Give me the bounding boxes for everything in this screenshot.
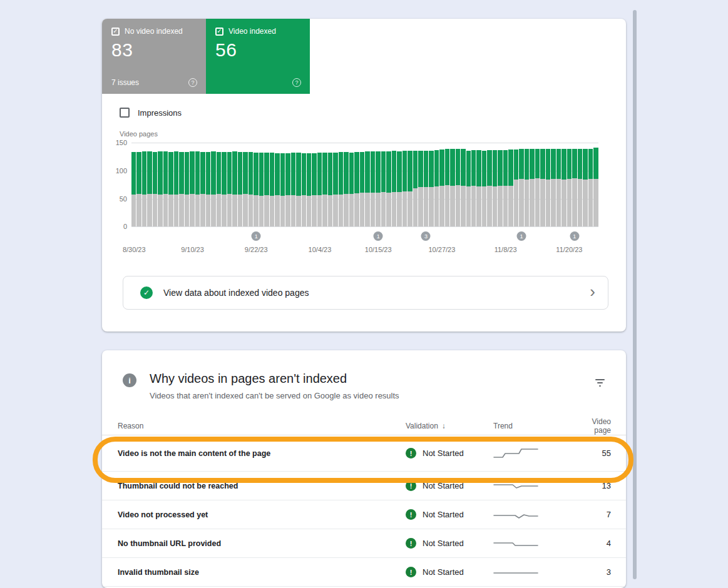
chart-bar[interactable] <box>227 143 232 226</box>
chart-bar[interactable] <box>174 143 178 226</box>
issue-marker[interactable]: 1 <box>252 231 261 241</box>
chart-bar[interactable] <box>328 143 332 226</box>
chart-bar[interactable] <box>333 143 337 226</box>
chart-bar[interactable] <box>360 143 364 226</box>
chart-bar[interactable] <box>556 143 561 226</box>
chart-bar[interactable] <box>482 143 486 226</box>
chart-bar[interactable] <box>249 143 253 226</box>
chart-bar[interactable] <box>312 143 316 226</box>
chart-bar[interactable] <box>471 143 476 226</box>
tile-no-video-indexed[interactable]: ✓ No video indexed 83 7 issues ? <box>102 19 206 94</box>
chart-bar[interactable] <box>217 143 221 226</box>
issue-marker[interactable]: 1 <box>517 231 526 241</box>
chart-bar[interactable] <box>349 143 354 226</box>
chart-bar[interactable] <box>168 143 173 226</box>
chart-bar[interactable] <box>508 143 513 226</box>
chart-bar[interactable] <box>291 143 295 226</box>
chart-bar[interactable] <box>392 143 396 226</box>
chart-bar[interactable] <box>530 143 534 226</box>
chart-bar[interactable] <box>424 143 428 226</box>
chart-bar[interactable] <box>131 143 136 226</box>
impressions-checkbox[interactable] <box>120 108 130 118</box>
chart-bar[interactable] <box>317 143 322 226</box>
chart-bar[interactable] <box>461 143 465 226</box>
chart-bar[interactable] <box>376 143 380 226</box>
table-row[interactable]: Thumbnail could not be reached ! Not Sta… <box>102 472 626 500</box>
chart-bar[interactable] <box>514 143 518 226</box>
table-row[interactable]: No thumbnail URL provided ! Not Started … <box>102 529 626 558</box>
table-row[interactable]: Video is not the main content of the pag… <box>102 435 626 472</box>
issue-marker[interactable]: 3 <box>421 231 431 241</box>
chart-bar[interactable] <box>503 143 508 226</box>
chart-bar[interactable] <box>254 143 258 226</box>
chart-bar[interactable] <box>238 143 242 226</box>
chart-bar[interactable] <box>206 143 210 226</box>
chart-bar[interactable] <box>588 143 593 226</box>
chart-bar[interactable] <box>402 143 407 226</box>
chart-bar[interactable] <box>365 143 369 226</box>
chart-bar[interactable] <box>280 143 285 226</box>
chart-bar[interactable] <box>275 143 279 226</box>
chart-bar[interactable] <box>429 143 433 226</box>
chart-bar[interactable] <box>344 143 348 226</box>
issue-marker[interactable]: 1 <box>374 231 383 241</box>
chart-bar[interactable] <box>381 143 386 226</box>
chart-bar[interactable] <box>445 143 449 226</box>
chart-bar[interactable] <box>243 143 247 226</box>
chart-bar[interactable] <box>136 143 141 226</box>
chart-bar[interactable] <box>456 143 460 226</box>
chart-bar[interactable] <box>211 143 215 226</box>
chart-bar[interactable] <box>386 143 391 226</box>
chart-bar[interactable] <box>179 143 183 226</box>
chart-bar[interactable] <box>185 143 189 226</box>
chart-bar[interactable] <box>285 143 290 226</box>
help-icon[interactable]: ? <box>188 78 197 87</box>
view-indexed-data-banner[interactable]: ✓ View data about indexed video pages › <box>123 276 608 310</box>
chart-bar[interactable] <box>142 143 146 226</box>
tile-video-indexed[interactable]: ✓ Video indexed 56 ? <box>206 19 310 94</box>
chart-bar[interactable] <box>583 143 587 226</box>
issue-marker[interactable]: 1 <box>570 231 579 241</box>
column-header-reason[interactable]: Reason <box>118 422 406 430</box>
chart-bar[interactable] <box>200 143 205 226</box>
chart-bar[interactable] <box>413 143 418 226</box>
chart-bar[interactable] <box>434 143 439 226</box>
chart-bar[interactable] <box>147 143 151 226</box>
chart-bar[interactable] <box>354 143 359 226</box>
table-row[interactable]: Video not processed yet ! Not Started 7 <box>102 500 626 529</box>
chart-bar[interactable] <box>397 143 401 226</box>
checkbox-video-indexed[interactable]: ✓ <box>215 28 223 36</box>
chart-bar[interactable] <box>158 143 162 226</box>
chart-bar[interactable] <box>546 143 550 226</box>
checkbox-no-video-indexed[interactable]: ✓ <box>111 28 120 36</box>
chart-bar[interactable] <box>493 143 497 226</box>
chart-bar[interactable] <box>525 143 529 226</box>
chart-bar[interactable] <box>307 143 311 226</box>
chart-bar[interactable] <box>561 143 566 226</box>
chart-bar[interactable] <box>339 143 343 226</box>
chart-bar[interactable] <box>296 143 300 226</box>
chart-bar[interactable] <box>535 143 540 226</box>
chart-bar[interactable] <box>567 143 572 226</box>
chart-bar[interactable] <box>418 143 423 226</box>
chart-bar[interactable] <box>232 143 237 226</box>
chart-bar[interactable] <box>439 143 444 226</box>
help-icon[interactable]: ? <box>292 78 301 87</box>
chart-bar[interactable] <box>540 143 545 226</box>
chart-bar[interactable] <box>259 143 264 226</box>
chart-bar[interactable] <box>190 143 194 226</box>
column-header-validation[interactable]: Validation↓ <box>406 422 493 430</box>
chart-bar[interactable] <box>519 143 523 226</box>
chart-bar[interactable] <box>476 143 481 226</box>
table-row[interactable]: Invalid thumbnail size ! Not Started 3 <box>102 558 626 587</box>
chart-bar[interactable] <box>222 143 226 226</box>
chart-bar[interactable] <box>450 143 454 226</box>
chart-bar[interactable] <box>371 143 375 226</box>
chart-bar[interactable] <box>578 143 582 226</box>
filter-icon[interactable] <box>593 377 607 389</box>
column-header-video-page[interactable]: Video page <box>575 417 611 435</box>
chart-bar[interactable] <box>302 143 306 226</box>
chart-bar[interactable] <box>466 143 471 226</box>
chevron-right-icon[interactable]: › <box>590 285 595 300</box>
chart-bar[interactable] <box>572 143 577 226</box>
